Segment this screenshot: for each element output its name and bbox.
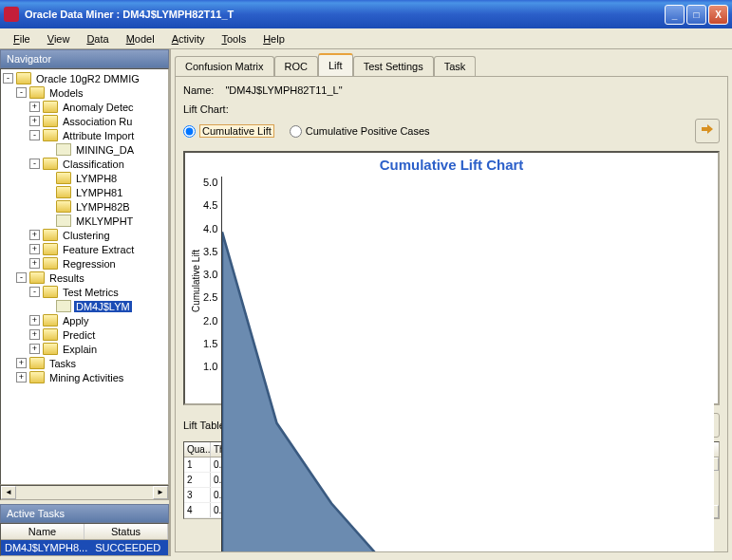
- tree-toggle[interactable]: -: [16, 87, 27, 98]
- tree-toggle[interactable]: -: [29, 287, 40, 297]
- tree-toggle[interactable]: +: [29, 244, 40, 254]
- tree-toggle[interactable]: +: [29, 258, 40, 269]
- radio-cumulative-lift[interactable]: Cumulative Lift: [183, 124, 274, 138]
- tree-item[interactable]: Predict: [61, 329, 97, 341]
- menu-model[interactable]: Model: [119, 31, 162, 47]
- tree-item[interactable]: Anomaly Detec: [61, 102, 136, 113]
- folder-icon: [43, 314, 58, 327]
- radio-cumulative-positive[interactable]: Cumulative Positive Cases: [290, 125, 430, 138]
- tasks-col-name[interactable]: Name: [1, 524, 84, 539]
- window-title: Oracle Data Miner : DM4J$LYMPH82T11_T: [25, 9, 665, 20]
- tab-test-settings[interactable]: Test Settings: [353, 56, 434, 76]
- folder-icon: [43, 257, 58, 270]
- lift-chart: Cumulative Lift Chart Cumulative Lift 5.…: [183, 151, 720, 405]
- tree-item[interactable]: Classification: [61, 159, 126, 170]
- folder-icon: [29, 86, 45, 99]
- folder-icon: [43, 129, 58, 141]
- folder-icon: [56, 186, 71, 198]
- tree-item-selected[interactable]: DM4J$LYM: [74, 301, 132, 312]
- folder-icon: [56, 172, 71, 184]
- tree-item[interactable]: LYMPH82B: [74, 201, 132, 213]
- folder-icon: [43, 343, 58, 355]
- tab-lift[interactable]: Lift: [318, 53, 353, 76]
- menu-help[interactable]: Help: [255, 31, 292, 47]
- name-value: "DM4J$LYMPH82T11_L": [225, 84, 342, 96]
- tree-item[interactable]: Apply: [61, 315, 91, 327]
- folder-icon: [29, 371, 45, 383]
- tree-item[interactable]: Regression: [61, 258, 118, 270]
- tree-item[interactable]: MINING_DA: [74, 144, 136, 156]
- folder-icon: [43, 115, 58, 127]
- tree-toggle[interactable]: -: [29, 159, 40, 169]
- menu-file[interactable]: File: [6, 31, 38, 47]
- table-col-header[interactable]: Qua...: [184, 442, 211, 457]
- tree-tasks[interactable]: Tasks: [47, 358, 78, 369]
- name-label: Name:: [183, 84, 214, 96]
- tree-item[interactable]: Test Metrics: [61, 287, 121, 298]
- tasks-col-status[interactable]: Status: [84, 524, 168, 539]
- tree-toggle[interactable]: -: [16, 272, 27, 283]
- tree-toggle[interactable]: +: [29, 230, 40, 240]
- chart-yaxis: 5.04.54.03.53.02.52.01.51.0: [203, 177, 221, 385]
- task-status: SUCCEEDED: [91, 540, 168, 555]
- navigator-tree[interactable]: -Oracle 10gR2 DMMIG -Models +Anomaly Det…: [0, 68, 169, 485]
- lift-chart-label: Lift Chart:: [183, 103, 720, 115]
- tree-results[interactable]: Results: [47, 272, 86, 284]
- tree-item[interactable]: Clustering: [61, 230, 112, 241]
- tree-item[interactable]: Association Ru: [61, 116, 134, 127]
- maximize-button[interactable]: □: [686, 5, 706, 25]
- db-icon: [16, 72, 31, 84]
- tree-toggle[interactable]: -: [3, 73, 13, 84]
- folder-icon: [43, 243, 58, 255]
- titlebar[interactable]: Oracle Data Miner : DM4J$LYMPH82T11_T _ …: [0, 0, 732, 28]
- menu-data[interactable]: Data: [79, 31, 116, 47]
- export-chart-button[interactable]: [695, 119, 720, 143]
- app-icon: [4, 7, 19, 22]
- folder-icon: [56, 200, 71, 213]
- tree-toggle[interactable]: +: [29, 344, 40, 354]
- folder-icon: [43, 229, 58, 241]
- folder-icon: [43, 158, 58, 170]
- tab-confusion-matrix[interactable]: Confusion Matrix: [175, 56, 274, 76]
- menu-activity[interactable]: Activity: [164, 31, 213, 47]
- folder-icon: [43, 328, 58, 341]
- tree-item[interactable]: Explain: [61, 344, 99, 355]
- menu-tools[interactable]: Tools: [214, 31, 253, 47]
- minimize-button[interactable]: _: [665, 5, 685, 25]
- tree-item[interactable]: LYMPH81: [74, 187, 124, 198]
- task-name: DM4J$LYMPH8...: [1, 540, 91, 555]
- tree-item[interactable]: Feature Extract: [61, 244, 136, 255]
- folder-icon: [56, 300, 71, 312]
- chart-ylabel: Cumulative Lift: [189, 177, 203, 385]
- tree-hscroll[interactable]: ◄►: [0, 485, 169, 500]
- tree-toggle[interactable]: +: [29, 116, 40, 126]
- tab-task[interactable]: Task: [434, 56, 477, 76]
- menu-view[interactable]: View: [40, 31, 78, 47]
- folder-icon: [29, 271, 45, 284]
- tree-toggle[interactable]: +: [16, 372, 27, 383]
- folder-icon: [56, 215, 71, 227]
- tree-toggle[interactable]: +: [29, 329, 40, 340]
- tree-item[interactable]: LYMPH8: [74, 173, 119, 184]
- tree-root[interactable]: Oracle 10gR2 DMMIG: [34, 73, 141, 84]
- close-button[interactable]: X: [708, 5, 728, 25]
- tasks-row[interactable]: DM4J$LYMPH8... SUCCEEDED: [1, 540, 168, 555]
- tab-bar: Confusion Matrix ROC Lift Test Settings …: [175, 53, 728, 76]
- chart-plot-area: [221, 177, 714, 552]
- tree-item[interactable]: Attribute Import: [61, 130, 136, 141]
- tab-panel: Name: "DM4J$LYMPH82T11_L" Lift Chart: Cu…: [175, 76, 728, 552]
- menubar: File View Data Model Activity Tools Help: [0, 28, 732, 49]
- tree-toggle[interactable]: +: [29, 102, 40, 112]
- tree-toggle[interactable]: +: [16, 358, 27, 368]
- active-tasks-table: Name Status DM4J$LYMPH8... SUCCEEDED: [0, 523, 169, 556]
- tab-roc[interactable]: ROC: [274, 56, 318, 76]
- folder-icon: [56, 143, 71, 156]
- active-tasks-title: Active Tasks: [0, 504, 169, 523]
- tree-toggle[interactable]: +: [29, 315, 40, 326]
- tree-toggle[interactable]: -: [29, 130, 40, 140]
- folder-icon: [29, 357, 45, 369]
- tree-item[interactable]: MKLYMPHT: [74, 215, 135, 227]
- tree-item[interactable]: Mining Activities: [47, 372, 125, 383]
- tree-models[interactable]: Models: [47, 87, 84, 99]
- arrow-icon: [700, 123, 715, 139]
